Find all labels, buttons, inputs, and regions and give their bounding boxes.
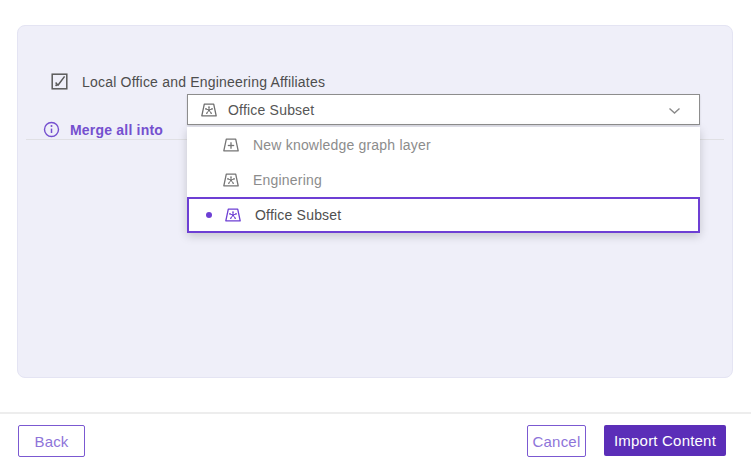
chevron-down-icon [668,107,681,115]
knowledge-graph-layer-icon [200,101,218,119]
menu-item-office-subset[interactable]: Office Subset [187,197,700,233]
menu-item-label: Office Subset [255,207,341,223]
cancel-button[interactable]: Cancel [527,425,586,457]
layer-row: Local Office and Engineering Affiliates [51,73,325,90]
knowledge-graph-layer-icon [222,171,240,189]
bullet-dot [206,212,212,218]
footer-divider [0,412,751,414]
menu-item-new-knowledge-graph-layer[interactable]: New knowledge graph layer [187,127,700,162]
knowledge-graph-layer-icon [224,206,242,224]
import-content-button[interactable]: Import Content [604,425,726,456]
menu-item-label: Enginering [253,172,322,188]
merge-target-select[interactable]: Office Subset [187,94,700,125]
check-square-icon [51,73,68,90]
merge-target-dropdown-menu: New knowledge graph layer Enginering [187,127,700,233]
merge-row: Merge all into [43,121,163,138]
merge-all-into-label: Merge all into [70,122,163,138]
menu-item-label: New knowledge graph layer [253,137,431,153]
info-icon [43,121,60,138]
select-value: Office Subset [228,102,314,118]
new-knowledge-graph-layer-icon [222,136,240,154]
layer-name-label: Local Office and Engineering Affiliates [82,74,325,90]
menu-item-enginering[interactable]: Enginering [187,162,700,197]
back-button[interactable]: Back [18,425,85,457]
